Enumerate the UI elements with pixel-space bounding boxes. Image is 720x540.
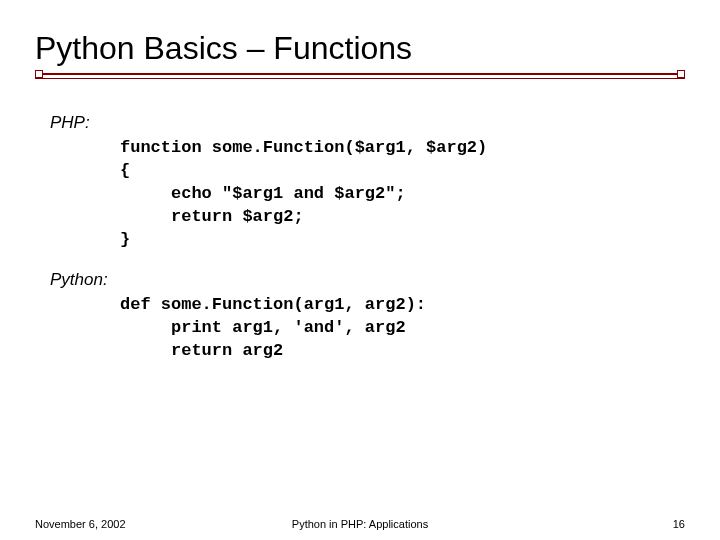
decorative-square-left [35, 70, 43, 78]
content-area: PHP: function some.Function($arg1, $arg2… [35, 113, 685, 363]
title-underline [35, 73, 685, 83]
slide: Python Basics – Functions PHP: function … [0, 0, 720, 540]
footer-page-number: 16 [673, 518, 685, 530]
python-code: def some.Function(arg1, arg2): print arg… [120, 294, 685, 363]
footer-title: Python in PHP: Applications [35, 518, 685, 530]
php-code: function some.Function($arg1, $arg2) { e… [120, 137, 685, 252]
decorative-square-right [677, 70, 685, 78]
slide-title: Python Basics – Functions [35, 30, 685, 67]
php-label: PHP: [50, 113, 685, 133]
python-label: Python: [50, 270, 685, 290]
